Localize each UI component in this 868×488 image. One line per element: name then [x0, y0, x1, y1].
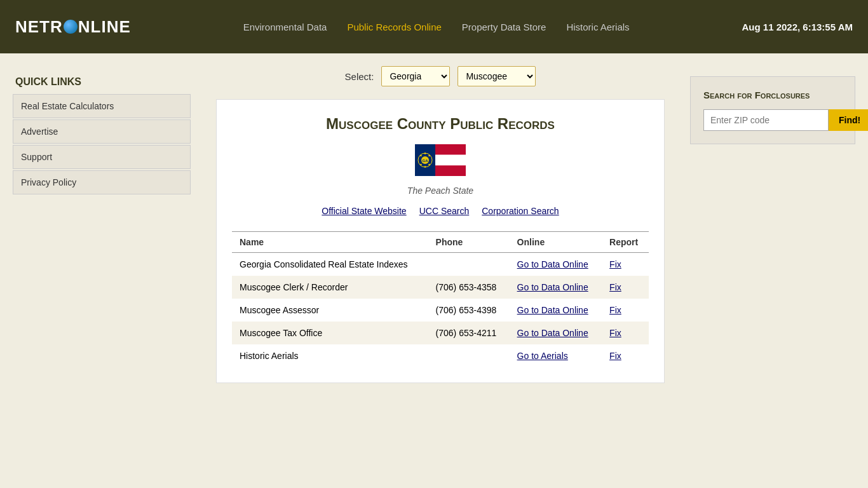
- online-link[interactable]: Go to Aerials: [517, 351, 568, 361]
- content-panel: Muscogee County Public Records: [216, 99, 665, 383]
- table-header-row: Name Phone Online Report: [232, 232, 649, 253]
- cell-name: Muscogee Tax Office: [232, 322, 428, 344]
- ucc-search-link[interactable]: UCC Search: [419, 206, 470, 216]
- site-header: NETRNLINE Environmental Data Public Reco…: [0, 0, 868, 53]
- report-link[interactable]: Fix: [609, 259, 621, 269]
- report-link[interactable]: Fix: [609, 328, 621, 338]
- county-select[interactable]: Muscogee: [458, 66, 536, 86]
- col-phone: Phone: [428, 232, 510, 253]
- table-row: Muscogee Clerk / Recorder(706) 653-4358G…: [232, 276, 649, 299]
- nav-historic-aerials[interactable]: Historic Aerials: [566, 22, 629, 32]
- county-title: Muscogee County Public Records: [232, 115, 649, 133]
- online-link[interactable]: Go to Data Online: [517, 259, 588, 269]
- sidebar-item-advertise[interactable]: Advertise: [13, 119, 191, 144]
- logo[interactable]: NETRNLINE: [15, 17, 131, 37]
- cell-phone: (706) 653-4398: [428, 299, 510, 322]
- svg-point-8: [424, 166, 426, 167]
- online-link[interactable]: Go to Data Online: [517, 305, 588, 315]
- svg-point-5: [424, 152, 426, 154]
- cell-phone: (706) 653-4211: [428, 322, 510, 344]
- state-select[interactable]: Georgia: [381, 66, 450, 86]
- records-table: Name Phone Online Report Georgia Consoli…: [232, 231, 649, 367]
- cell-name: Georgia Consolidated Real Estate Indexes: [232, 253, 428, 276]
- svg-point-7: [428, 164, 430, 165]
- cell-report: Fix: [602, 276, 649, 299]
- col-name: Name: [232, 232, 428, 253]
- table-body: Georgia Consolidated Real Estate Indexes…: [232, 253, 649, 368]
- cell-name: Muscogee Assessor: [232, 299, 428, 322]
- logo-globe-icon: [64, 20, 78, 34]
- sidebar-title: Quick Links: [13, 76, 191, 88]
- state-tagline: The Peach State: [232, 186, 649, 196]
- table-row: Muscogee Tax Office(706) 653-4211Go to D…: [232, 322, 649, 344]
- cell-name: Muscogee Clerk / Recorder: [232, 276, 428, 299]
- nav-environmental-data[interactable]: Environmental Data: [243, 22, 327, 32]
- sidebar: Quick Links Real Estate Calculators Adve…: [0, 66, 203, 475]
- report-link[interactable]: Fix: [609, 305, 621, 315]
- corporation-search-link[interactable]: Corporation Search: [482, 206, 559, 216]
- table-row: Historic AerialsGo to AerialsFix: [232, 344, 649, 367]
- svg-point-10: [420, 155, 421, 156]
- main-nav: Environmental Data Public Records Online…: [131, 22, 742, 32]
- col-report: Report: [602, 232, 649, 253]
- nav-public-records[interactable]: Public Records Online: [347, 22, 441, 32]
- col-online: Online: [510, 232, 602, 253]
- georgia-flag-svg: GA: [415, 144, 466, 176]
- report-link[interactable]: Fix: [609, 282, 621, 292]
- zip-row: Find!: [703, 109, 842, 131]
- cell-report: Fix: [602, 344, 649, 367]
- foreclosure-title: Search for Forclosures: [703, 90, 842, 100]
- cell-report: Fix: [602, 322, 649, 344]
- foreclosure-box: Search for Forclosures Find!: [690, 76, 855, 144]
- right-panel: Search for Forclosures Find!: [677, 66, 868, 475]
- select-label: Select:: [345, 71, 374, 82]
- zip-input[interactable]: [703, 109, 829, 131]
- cell-phone: [428, 253, 510, 276]
- official-state-website-link[interactable]: Official State Website: [322, 206, 406, 216]
- main-layout: Quick Links Real Estate Calculators Adve…: [0, 53, 868, 488]
- state-flag: GA: [415, 144, 466, 176]
- datetime-display: Aug 11 2022, 6:13:55 AM: [742, 22, 853, 32]
- report-link[interactable]: Fix: [609, 351, 621, 361]
- online-link[interactable]: Go to Data Online: [517, 282, 588, 292]
- flag-area: GA: [232, 144, 649, 178]
- select-row: Select: Georgia Muscogee: [216, 66, 665, 86]
- sidebar-item-privacy-policy[interactable]: Privacy Policy: [13, 170, 191, 194]
- svg-text:GA: GA: [423, 159, 429, 163]
- cell-phone: [428, 344, 510, 367]
- svg-point-9: [420, 164, 421, 165]
- state-links: Official State Website UCC Search Corpor…: [232, 206, 649, 216]
- cell-online: Go to Data Online: [510, 253, 602, 276]
- cell-phone: (706) 653-4358: [428, 276, 510, 299]
- cell-online: Go to Aerials: [510, 344, 602, 367]
- table-row: Muscogee Assessor(706) 653-4398Go to Dat…: [232, 299, 649, 322]
- svg-point-6: [428, 155, 430, 156]
- logo-text: NETRNLINE: [15, 17, 131, 37]
- cell-online: Go to Data Online: [510, 276, 602, 299]
- nav-property-data-store[interactable]: Property Data Store: [462, 22, 546, 32]
- online-link[interactable]: Go to Data Online: [517, 328, 588, 338]
- table-row: Georgia Consolidated Real Estate Indexes…: [232, 253, 649, 276]
- cell-name: Historic Aerials: [232, 344, 428, 367]
- cell-online: Go to Data Online: [510, 322, 602, 344]
- cell-report: Fix: [602, 253, 649, 276]
- cell-online: Go to Data Online: [510, 299, 602, 322]
- sidebar-item-real-estate-calculators[interactable]: Real Estate Calculators: [13, 94, 191, 118]
- content-area: Select: Georgia Muscogee Muscogee County…: [203, 66, 677, 475]
- cell-report: Fix: [602, 299, 649, 322]
- sidebar-item-support[interactable]: Support: [13, 145, 191, 169]
- find-button[interactable]: Find!: [829, 109, 868, 131]
